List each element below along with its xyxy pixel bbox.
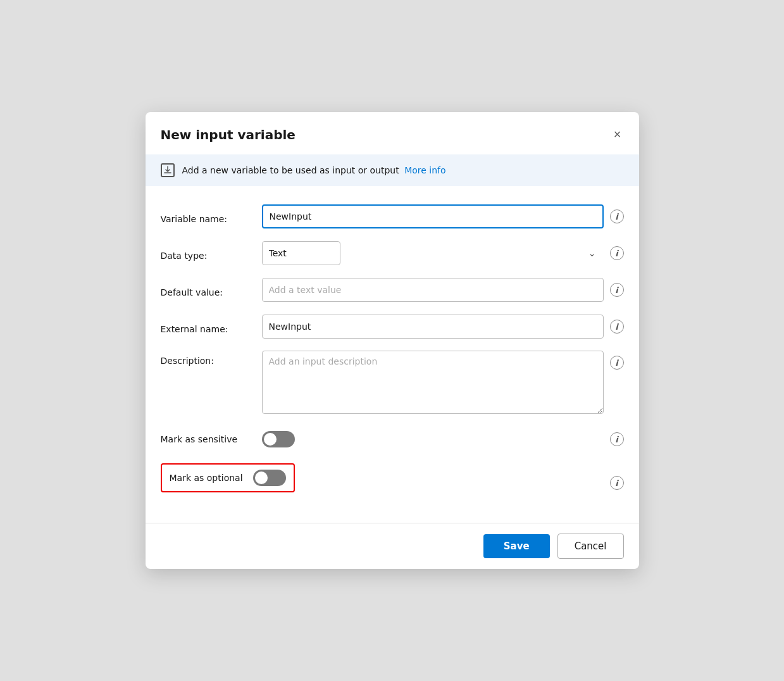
external-name-info-icon[interactable]: i [610, 320, 624, 334]
external-name-row: External name: i [161, 314, 624, 339]
data-type-input-wrap: Text Number Boolean DateTime List DataTa… [262, 241, 624, 265]
close-button[interactable]: × [611, 125, 624, 144]
save-button[interactable]: Save [483, 534, 550, 558]
description-label: Description: [161, 351, 262, 366]
default-value-input-wrap: i [262, 278, 624, 302]
info-banner: Add a new variable to be used as input o… [146, 154, 639, 186]
mark-as-optional-label: Mark as optional [170, 473, 243, 483]
default-value-label: Default value: [161, 282, 262, 297]
chevron-down-icon: ⌄ [588, 248, 596, 258]
mark-as-sensitive-toggle[interactable] [262, 431, 295, 447]
mark-as-sensitive-toggle-wrap: i [262, 431, 624, 447]
default-value-input[interactable] [262, 278, 604, 302]
external-name-input[interactable] [262, 315, 604, 339]
data-type-select-wrapper: Text Number Boolean DateTime List DataTa… [262, 241, 604, 265]
mark-as-optional-row: Mark as optional i [161, 463, 624, 503]
default-value-info-icon[interactable]: i [610, 283, 624, 297]
default-value-row: Default value: i [161, 277, 624, 303]
external-name-input-wrap: i [262, 315, 624, 339]
dialog-title: New input variable [161, 127, 296, 142]
external-name-label: External name: [161, 319, 262, 334]
mark-as-optional-highlight-box: Mark as optional [161, 463, 295, 492]
mark-as-sensitive-info-icon[interactable]: i [610, 432, 624, 446]
mark-as-optional-toggle-thumb [255, 472, 268, 484]
variable-name-input-wrap: i [262, 204, 624, 228]
mark-as-sensitive-toggle-thumb [264, 433, 277, 446]
description-textarea[interactable] [262, 351, 604, 414]
download-icon [161, 163, 175, 177]
more-info-link[interactable]: More info [404, 165, 445, 175]
banner-text: Add a new variable to be used as input o… [182, 165, 446, 175]
mark-as-optional-toggle[interactable] [253, 470, 286, 486]
dialog-header: New input variable × [146, 112, 639, 154]
data-type-row: Data type: Text Number Boolean DateTime … [161, 241, 624, 266]
dialog-body: Variable name: i Data type: Text Number … [146, 186, 639, 523]
description-input-wrap: i [262, 351, 624, 414]
mark-as-sensitive-row: Mark as sensitive i [161, 425, 624, 453]
variable-name-info-icon[interactable]: i [610, 209, 624, 223]
data-type-info-icon[interactable]: i [610, 246, 624, 260]
data-type-label: Data type: [161, 246, 262, 261]
variable-name-row: Variable name: i [161, 204, 624, 229]
new-input-variable-dialog: New input variable × Add a new variable … [146, 112, 639, 569]
variable-name-input[interactable] [262, 204, 604, 228]
mark-as-sensitive-label: Mark as sensitive [161, 434, 262, 444]
dialog-footer: Save Cancel [146, 523, 639, 569]
cancel-button[interactable]: Cancel [557, 534, 624, 559]
description-info-icon[interactable]: i [610, 356, 624, 370]
variable-name-label: Variable name: [161, 209, 262, 224]
data-type-select[interactable]: Text Number Boolean DateTime List DataTa… [262, 241, 340, 265]
mark-as-optional-info-icon[interactable]: i [610, 476, 624, 490]
description-row: Description: i [161, 351, 624, 414]
